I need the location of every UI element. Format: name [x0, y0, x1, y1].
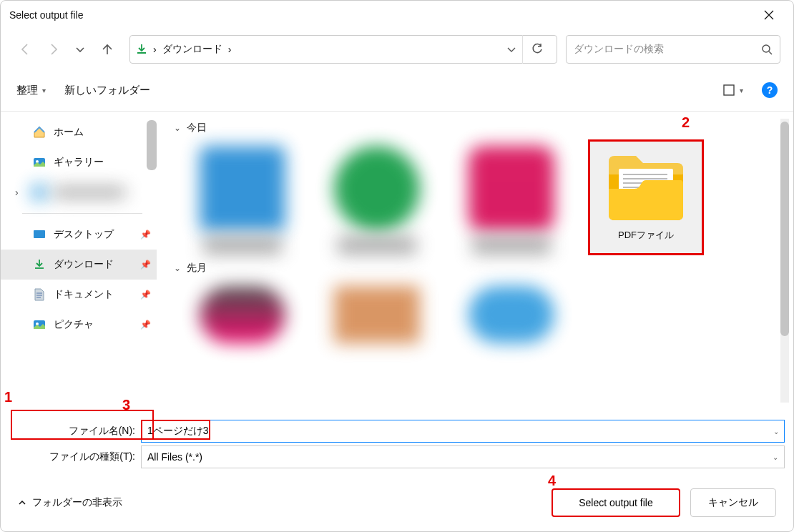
close-button[interactable]: [753, 1, 785, 29]
desktop-icon: [32, 227, 46, 242]
content-pane: 2 ⌄今日 PDFファイル: [157, 112, 793, 410]
back-button[interactable]: [14, 37, 38, 61]
folder-icon: [603, 146, 689, 225]
file-tile-pdf-folder[interactable]: PDFファイル: [589, 140, 703, 255]
pin-icon: 📌: [140, 260, 151, 270]
new-folder-button[interactable]: 新しいフォルダー: [64, 84, 150, 97]
address-bar[interactable]: › ダウンロード ›: [129, 35, 557, 64]
chevron-up-icon: [18, 498, 26, 507]
file-label: PDFファイル: [618, 229, 674, 242]
file-tile-blurred[interactable]: [320, 280, 434, 343]
pin-icon: 📌: [140, 320, 151, 330]
help-button[interactable]: ?: [762, 82, 778, 98]
refresh-button[interactable]: [522, 35, 551, 64]
window-title: Select output file: [9, 9, 84, 21]
close-icon: [764, 10, 774, 20]
content-scrollbar-track: [780, 119, 789, 403]
cancel-button[interactable]: キャンセル: [690, 488, 776, 517]
organize-button[interactable]: 整理 ▾: [16, 84, 46, 97]
sidebar-item-blurred[interactable]: [1, 177, 157, 207]
forward-button[interactable]: [41, 37, 65, 61]
sidebar-item-documents[interactable]: ドキュメント 📌: [1, 280, 157, 310]
toolbar: 整理 ▾ 新しいフォルダー ▾ ?: [1, 69, 793, 111]
forward-icon: [46, 43, 59, 56]
up-button[interactable]: [95, 37, 119, 61]
annotation-box-1: [11, 410, 154, 440]
separator-icon: ›: [153, 44, 157, 55]
search-placeholder: ダウンロードの検索: [574, 43, 664, 56]
chevron-down-icon: ⌄: [174, 123, 181, 133]
gallery-icon: [32, 155, 46, 169]
sidebar-item-home[interactable]: ホーム: [1, 117, 157, 147]
annotation-1: 1: [4, 389, 12, 405]
main-area: 1 ホーム ギャラリー デスクトップ 📌 ダウンロード 📌 ドキュメン: [1, 111, 793, 410]
save-button[interactable]: Select output file: [552, 488, 680, 517]
pin-icon: 📌: [140, 290, 151, 300]
download-icon: [32, 257, 46, 272]
sidebar-item-desktop[interactable]: デスクトップ 📌: [1, 220, 157, 250]
breadcrumb-location[interactable]: ダウンロード: [162, 43, 222, 56]
separator-icon: ›: [228, 44, 232, 55]
chevron-down-icon: ▾: [42, 87, 46, 94]
home-icon: [32, 125, 46, 139]
svg-rect-1: [724, 85, 734, 95]
svg-rect-4: [34, 230, 45, 238]
chevron-down-icon[interactable]: [506, 44, 516, 54]
svg-point-0: [763, 45, 770, 52]
chevron-down-icon: ⌄: [174, 263, 181, 273]
view-button[interactable]: ▾: [722, 84, 743, 97]
filetype-row: ファイルの種類(T): All Files (*.*) ⌄: [9, 445, 785, 468]
chevron-down-icon: ⌄: [773, 453, 778, 461]
filetype-select[interactable]: All Files (*.*) ⌄: [141, 445, 785, 468]
sidebar-item-gallery[interactable]: ギャラリー: [1, 147, 157, 177]
sidebar-divider: [22, 213, 142, 214]
pin-icon: 📌: [140, 230, 151, 240]
up-icon: [101, 43, 114, 56]
hide-folders-button[interactable]: フォルダーの非表示: [18, 496, 122, 509]
refresh-icon: [531, 43, 544, 56]
group-today: ⌄今日 PDFファイル: [171, 122, 779, 255]
search-box[interactable]: ダウンロードの検索: [566, 35, 780, 64]
back-icon: [19, 43, 32, 56]
sidebar-item-pictures[interactable]: ピクチャ 📌: [1, 310, 157, 340]
annotation-2: 2: [682, 114, 690, 131]
file-tile-blurred[interactable]: [185, 140, 300, 255]
chevron-down-icon: [75, 44, 85, 54]
sidebar: ホーム ギャラリー デスクトップ 📌 ダウンロード 📌 ドキュメント 📌: [1, 112, 157, 410]
content-scrollbar[interactable]: [780, 122, 789, 336]
file-tile-blurred[interactable]: [185, 280, 300, 343]
document-icon: [32, 287, 46, 302]
file-tile-blurred[interactable]: [454, 140, 569, 255]
recent-dropdown[interactable]: [68, 37, 92, 61]
group-lastmonth: ⌄先月: [171, 262, 779, 343]
blurred-icon: [32, 185, 46, 200]
filename-input[interactable]: [141, 420, 785, 443]
file-tile-blurred[interactable]: [320, 140, 434, 255]
button-row: 4 フォルダーの非表示 Select output file キャンセル: [9, 488, 785, 517]
annotation-4: 4: [548, 473, 556, 489]
file-tile-blurred[interactable]: [454, 280, 569, 343]
filetype-label: ファイルの種類(T):: [9, 450, 135, 463]
search-icon: [761, 44, 773, 55]
view-icon: [722, 84, 735, 97]
title-bar: Select output file: [1, 1, 793, 29]
nav-row: › ダウンロード › ダウンロードの検索: [1, 29, 793, 69]
group-header-lastmonth[interactable]: ⌄先月: [174, 262, 779, 275]
download-icon: [136, 44, 147, 55]
pictures-icon: [32, 317, 46, 332]
sidebar-item-downloads[interactable]: ダウンロード 📌: [1, 250, 157, 280]
chevron-down-icon: ▾: [740, 87, 743, 94]
